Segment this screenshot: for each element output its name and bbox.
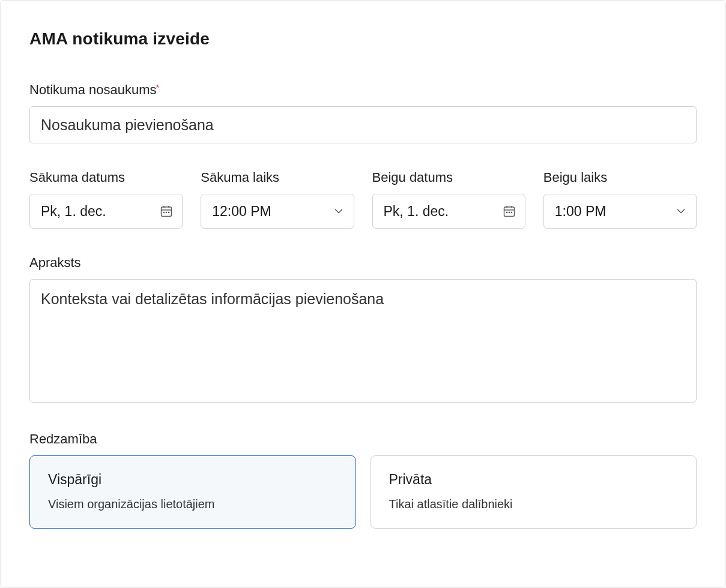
visibility-options: Vispārīgi Visiem organizācijas lietotāji… xyxy=(29,455,697,529)
end-date-col: Beigu datums Pk, 1. dec. xyxy=(372,170,525,229)
visibility-label: Redzamība xyxy=(29,431,697,447)
page-title: AMA notikuma izveide xyxy=(29,29,697,49)
description-label: Apraksts xyxy=(29,255,697,271)
event-name-section: Notikuma nosaukums* xyxy=(29,82,697,143)
required-star-icon: * xyxy=(156,82,160,92)
description-textarea[interactable] xyxy=(29,279,697,403)
calendar-icon xyxy=(159,204,174,218)
start-date-picker[interactable]: Pk, 1. dec. xyxy=(29,194,183,229)
visibility-option-private[interactable]: Privāta Tikai atlasītie dalībnieki xyxy=(371,455,697,529)
start-date-col: Sākuma datums Pk, 1. dec. xyxy=(29,170,183,229)
svg-point-13 xyxy=(511,212,512,212)
description-section: Apraksts xyxy=(29,255,697,405)
event-name-label: Notikuma nosaukums* xyxy=(29,82,160,98)
start-time-picker[interactable]: 12:00 PM xyxy=(201,194,354,229)
end-time-label: Beigu laiks xyxy=(543,170,697,185)
chevron-down-icon xyxy=(332,205,345,218)
end-date-picker[interactable]: Pk, 1. dec. xyxy=(372,194,525,229)
event-name-label-text: Notikuma nosaukums xyxy=(29,82,157,97)
end-time-value: 1:00 PM xyxy=(555,203,607,220)
chevron-down-icon xyxy=(674,205,688,218)
visibility-option-desc: Tikai atlasītie dalībnieki xyxy=(389,497,679,511)
visibility-option-public[interactable]: Vispārīgi Visiem organizācijas lietotāji… xyxy=(29,455,356,529)
datetime-row: Sākuma datums Pk, 1. dec. Sāku xyxy=(29,170,697,229)
start-time-label: Sākuma laiks xyxy=(201,170,354,185)
end-date-value: Pk, 1. dec. xyxy=(384,203,449,220)
visibility-section: Redzamība Vispārīgi Visiem organizācijas… xyxy=(29,431,697,529)
end-time-col: Beigu laiks 1:00 PM xyxy=(543,170,697,229)
end-date-label: Beigu datums xyxy=(372,170,525,185)
start-date-value: Pk, 1. dec. xyxy=(41,203,106,220)
svg-point-12 xyxy=(509,212,509,212)
calendar-icon xyxy=(502,204,516,218)
visibility-option-title: Vispārīgi xyxy=(48,472,337,488)
event-name-input[interactable] xyxy=(29,106,697,143)
svg-point-11 xyxy=(506,212,507,212)
start-time-value: 12:00 PM xyxy=(212,203,271,220)
create-ama-event-dialog: AMA notikuma izveide Notikuma nosaukums*… xyxy=(0,0,726,588)
visibility-option-desc: Visiem organizācijas lietotājiem xyxy=(48,497,337,511)
end-time-picker[interactable]: 1:00 PM xyxy=(543,194,697,229)
visibility-option-title: Privāta xyxy=(389,472,679,488)
start-time-col: Sākuma laiks 12:00 PM xyxy=(201,170,354,229)
svg-point-4 xyxy=(164,212,165,212)
svg-point-6 xyxy=(169,212,169,212)
start-date-label: Sākuma datums xyxy=(29,170,183,185)
svg-point-5 xyxy=(166,212,167,212)
